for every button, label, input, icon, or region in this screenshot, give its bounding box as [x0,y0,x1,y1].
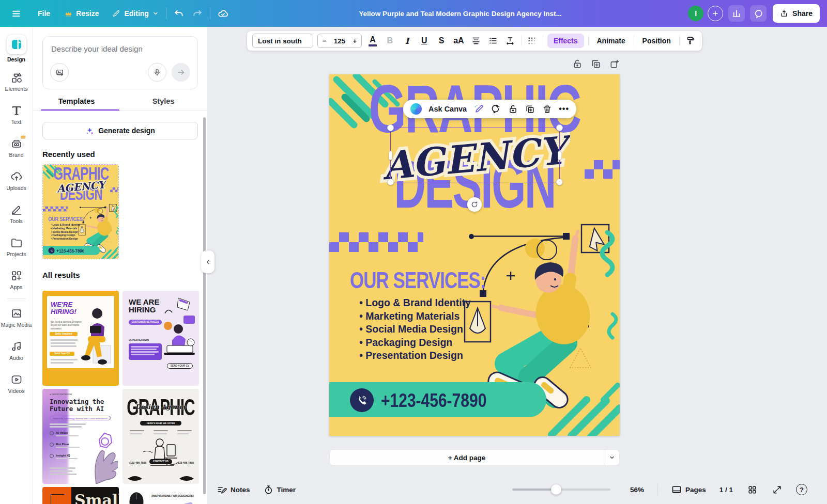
tab-templates[interactable]: Templates [33,94,120,111]
file-menu[interactable]: File [34,6,54,21]
save-status-button[interactable] [213,5,233,22]
panel-collapse-button[interactable] [201,250,215,273]
template-thumbnail-small[interactable]: Small [42,487,119,504]
template-thumbnail-recent[interactable]: GRAPHIC DESIGN AGENCY [42,164,119,259]
poster-phone-number[interactable]: +123-456-7890 [381,390,486,412]
strikethrough-button[interactable]: S [435,34,448,48]
poster-services-heading[interactable]: OUR SERVICES: [350,267,486,293]
add-page-button[interactable]: + Add page [330,450,604,465]
spacing-button[interactable] [504,34,517,48]
grid-view-button[interactable] [746,484,758,495]
sidebar-item-design[interactable]: Design [0,32,33,65]
comments-button[interactable] [750,5,767,22]
font-family-selector[interactable]: Lost in south [252,34,313,48]
panel-scrollbar[interactable] [203,117,206,494]
italic-button[interactable]: I [401,34,414,48]
sidebar-item-uploads[interactable]: Uploads [0,164,33,197]
lock-icon [508,104,518,114]
bold-button[interactable]: B [384,34,396,48]
thumb-badge: CUSTOMER SERVICES [129,320,162,325]
fullscreen-button[interactable] [771,484,783,495]
selection-handle-top-right[interactable] [556,124,563,131]
sidebar-item-brand[interactable]: Brand [0,131,33,164]
poster-services-list[interactable]: Logo & Brand Identity Marketing Material… [359,296,471,363]
selection-handle-top-left[interactable] [387,124,394,131]
sidebar-item-magic-media[interactable]: Magic Media [0,301,33,334]
zoom-level[interactable]: 56% [630,486,644,494]
add-member-button[interactable] [708,6,723,21]
sidebar-item-tools[interactable]: Tools [0,197,33,230]
selection-handle-right[interactable] [558,151,561,160]
add-page-icon[interactable] [609,59,620,69]
template-thumbnail-ai-seminar[interactable]: ● Liceria International Innovating the F… [42,389,119,484]
text-color-button[interactable]: A [366,34,379,48]
position-button[interactable]: Position [638,37,675,45]
underline-button[interactable]: U [418,34,431,48]
effects-button[interactable]: Effects [547,34,584,48]
rotate-handle[interactable] [467,197,482,212]
timer-button[interactable]: Timer [264,485,296,495]
sidebar-label-videos: Videos [8,388,25,394]
share-button[interactable]: Share [773,4,820,23]
selection-handle-bottom-right[interactable] [556,179,563,185]
duplicate-element-button[interactable] [525,104,535,114]
tab-styles[interactable]: Styles [120,94,207,111]
copy-style-button[interactable] [684,34,697,48]
help-button[interactable]: ? [796,484,807,495]
font-size-value[interactable]: 125 [334,37,346,45]
generate-design-button[interactable]: Generate design [42,122,198,139]
font-size-increase[interactable]: + [353,37,357,45]
delete-element-button[interactable] [542,104,552,114]
template-thumbnail-were-hiring[interactable]: WE'RE HIRING! We need a talented Designe… [42,291,119,386]
sidebar-item-audio[interactable]: Audio [0,334,33,367]
zoom-slider-thumb[interactable] [551,484,561,495]
font-size-decrease[interactable]: − [323,37,327,45]
thumb-badge: HERE'S WHAT WE OFFER [140,421,181,426]
add-page-bar: + Add page [329,449,620,466]
insights-button[interactable] [728,5,745,22]
sidebar-item-videos[interactable]: Videos [0,367,33,400]
thumb-cta: Send Your CV [50,352,74,356]
template-thumbnail-bw-agency[interactable]: GRAPHIC Design Agency HERE'S WHAT WE OFF… [122,389,199,484]
magic-edit-button[interactable] [473,104,484,114]
design-title[interactable]: Yellow Purple and Teal Modern Graphic De… [359,10,561,18]
text-case-button[interactable]: aA [452,34,465,48]
sidebar-item-apps[interactable]: Apps [0,263,33,296]
list-button[interactable] [486,34,499,48]
voice-input-button[interactable] [148,63,166,82]
transparency-button[interactable] [526,34,539,48]
notes-button[interactable]: Notes [217,485,250,495]
sidebar-item-projects[interactable]: Projects [0,230,33,263]
add-comment-button[interactable] [491,104,501,114]
animate-button[interactable]: Animate [592,37,629,45]
pages-button[interactable]: Pages [671,484,706,495]
redo-button[interactable] [188,5,207,22]
main-menu-button[interactable] [7,6,25,22]
duplicate-page-icon[interactable] [591,59,601,69]
design-prompt-card[interactable]: Describe your ideal design [42,36,198,89]
canvas-area: Lost in south − 125 + A B I U S aA [207,27,827,504]
add-page-options-button[interactable] [604,450,619,465]
lock-icon[interactable] [572,59,583,69]
design-page[interactable]: GRAPHIC DESIGN AGENCY [329,74,620,436]
alignment-button[interactable] [469,34,482,48]
template-thumbnail-we-are-hiring[interactable]: WE ARE HIRING CUSTOMER SERVICES QUALIFIC… [122,291,199,386]
resize-button[interactable]: Resize [60,6,103,21]
lock-element-button[interactable] [508,104,518,114]
selection-handle-bottom-left[interactable] [387,179,394,185]
avatar[interactable]: I [688,6,703,21]
submit-prompt-button[interactable] [172,63,190,82]
chevron-down-icon [152,10,159,17]
zoom-slider[interactable] [512,489,610,491]
prompt-input[interactable]: Describe your ideal design [51,44,143,53]
sidebar-item-elements[interactable]: Elements [0,65,33,98]
selection-handle-left[interactable] [389,151,392,160]
add-image-button[interactable] [50,63,69,82]
canva-editor: File Resize Editing Yellow Purple and Te… [0,0,827,504]
more-options-button[interactable]: ••• [559,104,569,114]
template-thumbnail-inspirations[interactable]: [INSPIRATIONS FOR DESIGNERS] [122,487,199,504]
undo-button[interactable] [170,5,188,22]
editing-mode-dropdown[interactable]: Editing [108,6,162,21]
ask-canva-button[interactable]: Ask Canva [428,105,467,113]
sidebar-item-text[interactable]: Text [0,98,33,131]
